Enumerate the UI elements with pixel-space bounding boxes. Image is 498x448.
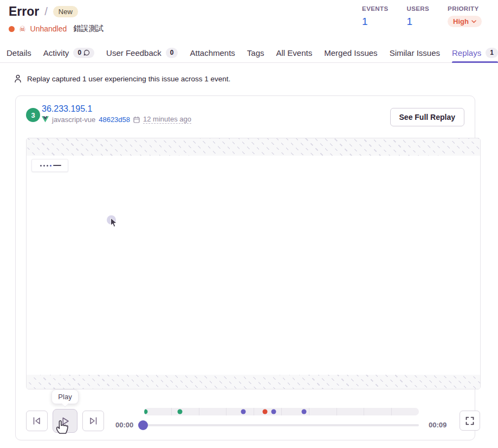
jump-forward-button[interactable] [82,411,104,431]
users-count-link[interactable]: 1 [406,16,429,28]
tab-tags-label: Tags [247,48,264,57]
issue-stats: EVENTS 1 USERS 1 PRIORITY High [362,5,482,28]
tab-attachments[interactable]: Attachments [190,43,235,62]
users-label: USERS [406,5,429,12]
tab-similar-issues[interactable]: Similar Issues [390,43,440,62]
mini-content-dot [40,165,42,167]
replay-summary-row: Replay captured 1 user experiencing this… [14,74,230,83]
timeline-event-dot[interactable] [271,409,276,414]
tab-attachments-label: Attachments [190,48,235,57]
scrubber-handle[interactable] [138,420,148,430]
issue-tab-bar: Details Activity 0 User Feedback 0 Attac… [0,43,498,63]
tab-replays[interactable]: Replays 1 [452,43,498,62]
replay-summary-text: Replay captured 1 user experiencing this… [27,75,230,83]
timeline-event-dot[interactable] [263,409,268,414]
page-header: Error / New [9,4,78,19]
priority-value: High [453,17,469,25]
mini-content-dot [43,165,45,167]
issue-subtitle-row: ☠ Unhandled 錯誤測試 [9,24,104,34]
current-time-label: 00:00 [115,421,133,429]
events-count-link[interactable]: 1 [362,16,388,28]
tab-merged-issues[interactable]: Merged Issues [324,43,377,62]
viewport-bottom-stripe [27,375,480,389]
mini-content-dot [50,165,51,167]
replay-id-link[interactable]: 48623d58 [99,116,130,124]
breadcrumb-separator: / [44,5,48,18]
avatar: 3 [26,108,40,122]
unhandled-label: Unhandled [30,24,67,33]
tab-replays-badge: 1 [486,48,498,57]
error-level-dot-icon [9,26,15,32]
tab-similar-issues-label: Similar Issues [390,48,440,57]
timeline-event-dot[interactable] [177,409,182,414]
tab-merged-issues-label: Merged Issues [324,48,377,57]
timeline-event-dot[interactable] [241,409,246,414]
stat-users: USERS 1 [406,5,429,28]
play-tooltip-label: Play [58,393,72,401]
priority-label: PRIORITY [448,5,482,12]
timeline-strip[interactable] [144,408,419,415]
hand-pointer-cursor-icon [54,418,68,435]
chevron-down-icon [471,20,476,23]
stat-events: EVENTS 1 [362,5,388,28]
timeline-event-dot[interactable] [302,409,307,414]
jump-back-icon [32,417,42,425]
stat-priority: PRIORITY High [448,5,482,28]
scrubber-track[interactable] [144,424,419,426]
jump-forward-icon [88,417,98,425]
comment-bubble-icon [83,49,90,56]
tab-user-feedback-label: User Feedback [106,48,161,57]
tab-tags[interactable]: Tags [247,43,264,62]
tab-replays-label: Replays [452,48,481,57]
project-name: javascript-vue [52,116,95,124]
jump-back-button[interactable] [26,411,48,431]
tab-all-events[interactable]: All Events [276,43,313,62]
tab-activity[interactable]: Activity 0 [43,43,94,62]
viewport-top-stripe [27,138,480,156]
see-full-replay-button[interactable]: See Full Replay [390,108,464,126]
replay-ip-link[interactable]: 36.233.195.1 [42,104,92,114]
status-badge-new: New [53,6,78,17]
tab-all-events-label: All Events [276,48,313,57]
fullscreen-button[interactable] [460,411,480,431]
calendar-icon [133,116,140,123]
replay-stage [27,156,480,375]
replay-time-ago[interactable]: 12 minutes ago [143,115,191,124]
fullscreen-icon [465,417,474,425]
page-title: Error [9,4,39,19]
tab-activity-badge-count: 0 [77,49,81,56]
mini-content-dot [47,165,48,167]
mini-content-line [53,165,61,166]
tab-user-feedback-badge: 0 [166,48,178,57]
replay-viewport[interactable] [26,138,481,389]
vue-platform-icon [42,116,49,123]
replay-card: 3 36.233.195.1 javascript-vue 48623d58 1… [15,95,475,440]
priority-dropdown[interactable]: High [448,16,482,27]
tab-activity-badge: 0 [73,48,94,57]
events-label: EVENTS [362,5,388,12]
replay-mouse-cursor-icon [110,217,118,228]
user-icon [14,74,22,83]
replay-meta-row: javascript-vue 48623d58 12 minutes ago [42,115,191,124]
tab-details-label: Details [7,48,31,57]
tab-activity-label: Activity [43,48,69,57]
play-tooltip: Play [51,389,79,404]
skull-icon: ☠ [19,25,26,33]
tab-user-feedback[interactable]: User Feedback 0 [106,43,178,62]
issue-title: 錯誤測試 [73,24,104,34]
timeline-events [144,408,419,415]
replayed-page-mini-card [31,159,68,172]
timeline-event-dot[interactable] [144,409,148,414]
tab-details[interactable]: Details [7,43,31,62]
duration-label: 00:09 [429,421,447,429]
